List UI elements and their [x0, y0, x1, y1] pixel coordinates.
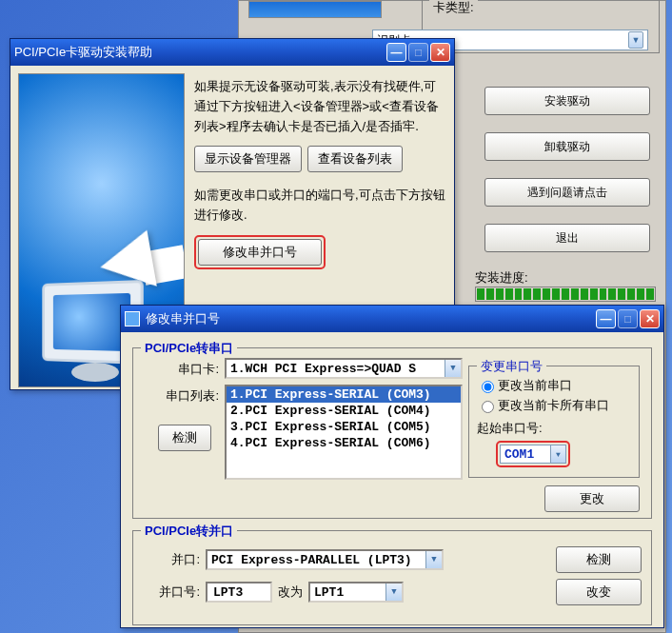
serial-detect-button[interactable]: 检测 — [158, 425, 211, 451]
serial-fieldset: PCI/PCIe转串口 串口卡: 1.WCH PCI Express=>QUAD… — [132, 347, 652, 519]
list-item[interactable]: 1.PCI Express-SERIAL (COM3) — [227, 386, 461, 403]
close-button[interactable]: ✕ — [430, 43, 450, 62]
list-item[interactable]: 3.PCI Express-SERIAL (COM5) — [227, 419, 461, 435]
window-title: 修改串并口号 — [146, 310, 220, 327]
show-devlist-button[interactable]: 查看设备列表 — [307, 146, 403, 172]
install-driver-button[interactable]: 安装驱动 — [484, 87, 650, 115]
serial-list-label: 串口列表: — [143, 385, 219, 405]
parallel-fieldset: PCI/PCIe转并口 并口: PCI Express-PARALLEL (LP… — [132, 530, 652, 625]
serial-legend: PCI/PCIe转串口 — [141, 340, 237, 357]
radio-all-row[interactable]: 更改当前卡所有串口 — [477, 397, 631, 414]
radio-current[interactable] — [482, 381, 494, 393]
highlight-outline: 修改串并口号 — [194, 235, 326, 269]
radio-current-row[interactable]: 更改当前串口 — [477, 377, 631, 394]
minimize-button[interactable]: — — [596, 309, 616, 328]
par-change-button[interactable]: 改变 — [556, 579, 642, 605]
app-icon — [125, 311, 140, 326]
list-item[interactable]: 4.PCI Express-SERIAL (COM6) — [227, 435, 461, 451]
par-changeto-value: LPT1 — [314, 585, 344, 600]
par-num-field: LPT3 — [206, 582, 272, 603]
minimize-button[interactable]: — — [386, 43, 406, 62]
par-changeto-label: 改为 — [278, 584, 303, 601]
help-text-2: 如需更改串口或并口的端口号,可点击下方按钮进行修改. — [194, 186, 446, 226]
chevron-down-icon[interactable]: ▼ — [385, 584, 402, 601]
serial-card-select[interactable]: 1.WCH PCI Express=>QUAD S ▼ — [225, 358, 463, 379]
radio-all[interactable] — [482, 401, 494, 413]
modify-port-dialog: 修改串并口号 — □ ✕ PCI/PCIe转串口 串口卡: 1.WCH PCI … — [120, 305, 664, 628]
par-port-select[interactable]: PCI Express-PARALLEL (LPT3) ▼ — [206, 549, 444, 570]
preview-graphic — [248, 1, 382, 18]
close-button[interactable]: ✕ — [640, 309, 660, 328]
par-port-label: 并口: — [143, 551, 200, 568]
serial-change-button[interactable]: 更改 — [544, 485, 640, 512]
chevron-down-icon[interactable]: ▼ — [550, 445, 565, 463]
maximize-button: □ — [618, 309, 638, 328]
titlebar[interactable]: PCI/PCIe卡驱动安装帮助 — □ ✕ — [10, 39, 454, 66]
start-com-label: 起始串口号: — [477, 420, 631, 437]
par-detect-button[interactable]: 检测 — [556, 546, 642, 573]
change-serial-legend: 变更串口号 — [477, 358, 546, 375]
radio-current-label: 更改当前串口 — [498, 377, 572, 394]
window-title: PCI/PCIe卡驱动安装帮助 — [14, 44, 152, 61]
par-port-value: PCI Express-PARALLEL (LPT3) — [211, 553, 412, 567]
chevron-down-icon[interactable]: ▼ — [425, 551, 442, 568]
card-type-legend: 卡类型: — [429, 0, 478, 16]
start-com-value: COM1 — [504, 447, 534, 462]
exit-button[interactable]: 退出 — [484, 224, 650, 252]
uninstall-driver-button[interactable]: 卸载驱动 — [484, 132, 650, 161]
highlight-outline: COM1 ▼ — [496, 441, 570, 467]
change-serial-frame: 变更串口号 更改当前串口 更改当前卡所有串口 起始串口号: COM1 ▼ — [468, 366, 640, 478]
progress-legend: 安装进度: — [475, 269, 528, 287]
install-progress — [475, 287, 656, 302]
maximize-button: □ — [408, 43, 428, 62]
chevron-down-icon[interactable]: ▼ — [445, 360, 461, 377]
par-changeto-select[interactable]: LPT1 ▼ — [308, 582, 404, 603]
help-text-1: 如果提示无设备驱动可装,表示没有找硬件,可通过下方按钮进入<设备管理器>或<查看… — [194, 77, 446, 136]
modify-port-button[interactable]: 修改串并口号 — [198, 239, 322, 266]
serial-list[interactable]: 1.PCI Express-SERIAL (COM3) 2.PCI Expres… — [225, 385, 463, 480]
show-devmgr-button[interactable]: 显示设备管理器 — [194, 146, 302, 172]
list-item[interactable]: 2.PCI Express-SERIAL (COM4) — [227, 403, 461, 419]
parallel-legend: PCI/PCIe转并口 — [141, 523, 237, 540]
titlebar[interactable]: 修改串并口号 — □ ✕ — [121, 306, 663, 332]
serial-card-value: 1.WCH PCI Express=>QUAD S — [230, 362, 416, 376]
start-com-select[interactable]: COM1 ▼ — [500, 445, 566, 464]
serial-card-label: 串口卡: — [143, 358, 219, 378]
chevron-down-icon[interactable]: ▼ — [628, 31, 643, 49]
radio-all-label: 更改当前卡所有串口 — [498, 397, 609, 414]
par-num-label: 并口号: — [143, 584, 200, 601]
help-button[interactable]: 遇到问题请点击 — [484, 178, 650, 207]
